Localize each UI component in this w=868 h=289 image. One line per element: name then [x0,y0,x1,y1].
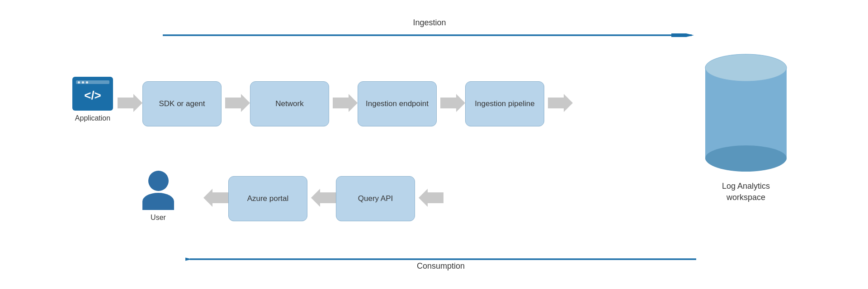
svg-marker-6 [548,94,573,112]
svg-marker-13 [203,189,228,207]
network-box: Network [250,81,329,126]
arrow-db-to-queryapi [419,189,443,209]
diagram-inner: Ingestion </> Appl [72,14,796,275]
consumption-label: Consumption [185,261,696,271]
arrow-app-to-sdk [118,94,142,114]
ingestion-endpoint-box: Ingestion endpoint [358,81,437,126]
arrow-sdk-to-network [225,94,250,114]
app-icon-dots [78,81,88,84]
dot3 [86,81,88,84]
svg-marker-14 [311,189,336,207]
user-head [148,171,169,191]
application-label: Application [75,114,110,122]
svg-marker-2 [118,94,142,112]
user-body [142,193,174,210]
arrow-network-to-endpoint [333,94,358,114]
query-api-box: Query API [336,176,415,221]
code-bracket: </> [84,89,101,103]
consumption-arrow [185,255,696,258]
svg-marker-15 [419,189,443,207]
svg-point-10 [705,145,787,171]
ingestion-pipeline-box: Ingestion pipeline [465,81,544,126]
svg-marker-3 [225,94,250,112]
arrow-endpoint-to-pipeline [440,94,465,114]
dot1 [78,81,80,84]
ingestion-label: Ingestion [163,18,696,28]
dot2 [82,81,84,84]
azure-portal-box: Azure portal [228,176,307,221]
arrow-queryapi-to-portal [311,189,336,209]
diagram-container: Ingestion </> Appl [0,0,868,289]
sdk-agent-box: SDK or agent [142,81,222,126]
app-icon-box: </> [72,77,113,111]
user-label: User [151,214,166,222]
svg-marker-4 [333,94,358,112]
application-icon: </> Application [72,77,113,122]
arrow-portal-to-user [203,189,228,209]
db-cylinder [701,50,791,176]
arrow-pipeline-to-db [548,94,573,114]
db-container: Log Analyticsworkspace [696,50,796,203]
svg-marker-5 [440,94,465,112]
ingestion-arrow [163,31,696,34]
db-label: Log Analyticsworkspace [722,181,770,203]
user-icon: User [142,171,174,222]
